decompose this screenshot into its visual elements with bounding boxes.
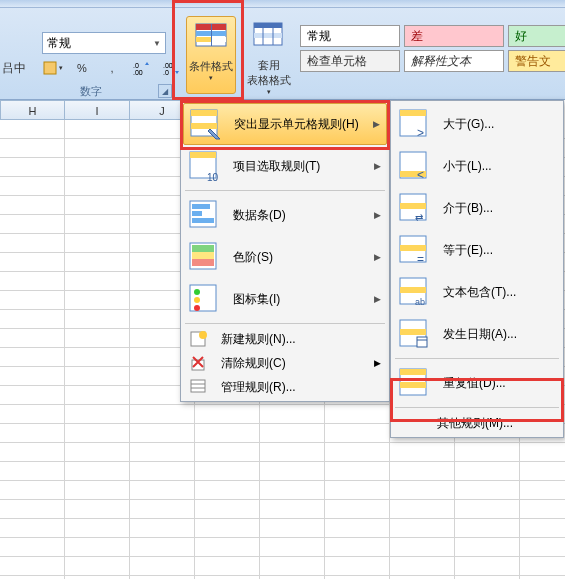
data-bars-icon (189, 198, 223, 232)
comma-button[interactable]: , (98, 56, 126, 80)
svg-rect-41 (400, 110, 426, 116)
date-icon (399, 317, 433, 351)
clear-rules-icon (189, 354, 209, 372)
partial-label: 吕中 (2, 60, 26, 77)
svg-text:=: = (417, 252, 424, 266)
conditional-format-button[interactable]: 条件格式 ▾ (186, 16, 236, 94)
svg-rect-30 (190, 285, 216, 311)
svg-rect-29 (192, 259, 214, 266)
menu-label: 项目选取规则(T) (233, 158, 374, 175)
svg-text:.0: .0 (133, 62, 139, 69)
svg-rect-60 (400, 369, 426, 375)
new-rule-icon (189, 330, 209, 348)
menu-data-bars[interactable]: 数据条(D) ▶ (183, 194, 387, 236)
style-bad[interactable]: 差 (404, 25, 504, 47)
style-warning[interactable]: 警告文 (508, 50, 565, 72)
svg-text:>: > (417, 126, 424, 140)
menu-label: 色阶(S) (233, 249, 374, 266)
dialog-launcher-icon[interactable]: ◢ (158, 84, 172, 98)
svg-rect-9 (211, 24, 212, 46)
submenu-arrow-icon: ▶ (374, 161, 381, 171)
submenu-between[interactable]: ⇄ 介于(B)... (393, 187, 561, 229)
style-explain[interactable]: 解释性文本 (404, 50, 504, 72)
menu-highlight-rules[interactable]: 突出显示单元格规则(H) ▶ (183, 103, 387, 145)
svg-text:.00: .00 (163, 62, 173, 69)
decrease-decimal-button[interactable]: .00.0 (158, 56, 186, 80)
submenu-arrow-icon: ▶ (374, 358, 381, 368)
group-label-number: 数字 (80, 84, 102, 99)
svg-rect-37 (191, 380, 205, 392)
svg-rect-50 (400, 245, 426, 251)
submenu-more-rules[interactable]: 其他规则(M)... (393, 411, 561, 435)
submenu-arrow-icon: ▶ (374, 210, 381, 220)
table-format-label: 套用 表格格式 (247, 59, 291, 86)
svg-point-33 (194, 305, 200, 311)
svg-rect-0 (44, 62, 56, 74)
less-than-icon: < (399, 149, 433, 183)
submenu-less-than[interactable]: < 小于(L)... (393, 145, 561, 187)
cell-styles-row2: 检查单元格 解释性文本 警告文 (300, 50, 565, 72)
submenu-text-contains[interactable]: ab 文本包含(T)... (393, 271, 561, 313)
submenu-arrow-icon: ▶ (374, 294, 381, 304)
conditional-format-menu: 突出显示单元格规则(H) ▶ 10 项目选取规则(T) ▶ 数据条(D) ▶ 色… (180, 100, 390, 402)
submenu-equal-to[interactable]: = 等于(E)... (393, 229, 561, 271)
duplicate-icon (399, 366, 433, 400)
chevron-down-icon: ▾ (244, 88, 294, 96)
svg-text:.00: .00 (133, 69, 143, 75)
menu-label: 图标集(I) (233, 291, 374, 308)
svg-rect-25 (192, 218, 214, 223)
svg-text:10: 10 (207, 172, 219, 183)
svg-text:⇄: ⇄ (415, 212, 423, 223)
menu-clear-rules[interactable]: 清除规则(C) ▶ (183, 351, 387, 375)
menu-label: 文本包含(T)... (443, 284, 555, 301)
menu-label: 小于(L)... (443, 158, 555, 175)
icon-sets-icon (189, 282, 223, 316)
top-bottom-icon: 10 (189, 149, 223, 183)
ribbon: 常规 ▼ 吕中 ▾ % , .0.00 .00.0 数字 ◢ 条件格式 ▾ 套用… (0, 0, 565, 100)
menu-icon-sets[interactable]: 图标集(I) ▶ (183, 278, 387, 320)
submenu-arrow-icon: ▶ (374, 252, 381, 262)
menu-color-scales[interactable]: 色阶(S) ▶ (183, 236, 387, 278)
menu-label: 重复值(D)... (443, 375, 555, 392)
submenu-date-occurring[interactable]: 发生日期(A)... (393, 313, 561, 355)
highlight-rules-submenu: > 大于(G)... < 小于(L)... ⇄ 介于(B)... = 等于(E)… (390, 100, 564, 438)
submenu-greater-than[interactable]: > 大于(G)... (393, 103, 561, 145)
menu-label: 等于(E)... (443, 242, 555, 259)
submenu-duplicate-values[interactable]: 重复值(D)... (393, 362, 561, 404)
menu-manage-rules[interactable]: 管理规则(R)... (183, 375, 387, 399)
col-header[interactable]: H (0, 100, 65, 120)
style-check[interactable]: 检查单元格 (300, 50, 400, 72)
svg-rect-61 (400, 382, 426, 388)
increase-decimal-button[interactable]: .0.00 (128, 56, 156, 80)
svg-text:.0: .0 (163, 69, 169, 75)
currency-button[interactable]: ▾ (38, 56, 66, 80)
number-format-value: 常规 (47, 35, 71, 52)
svg-rect-12 (254, 23, 282, 28)
svg-point-35 (199, 331, 207, 339)
svg-rect-53 (400, 287, 426, 293)
svg-rect-27 (192, 245, 214, 252)
number-format-dropdown[interactable]: 常规 ▼ (42, 32, 166, 54)
svg-rect-10 (196, 37, 211, 42)
table-format-button[interactable]: 套用 表格格式▾ (244, 16, 294, 94)
percent-button[interactable]: % (68, 56, 96, 80)
menu-top-bottom-rules[interactable]: 10 项目选取规则(T) ▶ (183, 145, 387, 187)
col-header[interactable]: I (65, 100, 130, 120)
svg-point-31 (194, 289, 200, 295)
highlight-rules-icon (190, 107, 224, 141)
menu-new-rule[interactable]: 新建规则(N)... (183, 327, 387, 351)
svg-text:<: < (417, 168, 424, 182)
svg-rect-23 (192, 204, 210, 209)
svg-rect-18 (191, 123, 217, 129)
style-good[interactable]: 好 (508, 25, 565, 47)
svg-rect-57 (417, 337, 427, 347)
svg-rect-13 (254, 33, 282, 38)
manage-rules-icon (189, 378, 209, 396)
between-icon: ⇄ (399, 191, 433, 225)
column-headers: H I J (0, 100, 195, 120)
greater-than-icon: > (399, 107, 433, 141)
menu-label: 介于(B)... (443, 200, 555, 217)
style-normal[interactable]: 常规 (300, 25, 400, 47)
svg-rect-17 (191, 110, 217, 116)
svg-rect-28 (192, 252, 214, 259)
